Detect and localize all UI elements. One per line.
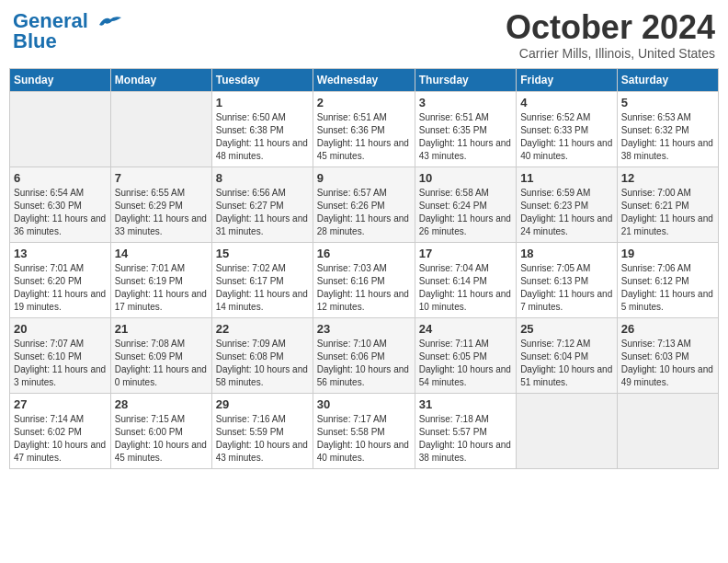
day-number: 22 — [216, 322, 309, 336]
calendar-week-row: 20Sunrise: 7:07 AMSunset: 6:10 PMDayligh… — [10, 317, 719, 393]
day-number: 13 — [14, 247, 107, 260]
table-row — [110, 91, 211, 167]
day-number: 19 — [621, 247, 714, 260]
table-row: 8Sunrise: 6:56 AMSunset: 6:27 PMDaylight… — [211, 167, 313, 242]
col-monday: Monday — [110, 68, 211, 91]
day-info: Sunrise: 7:18 AMSunset: 5:57 PMDaylight:… — [419, 413, 512, 465]
table-row: 11Sunrise: 6:59 AMSunset: 6:23 PMDayligh… — [517, 167, 618, 242]
day-info: Sunrise: 7:11 AMSunset: 6:05 PMDaylight:… — [419, 338, 512, 389]
day-info: Sunrise: 6:53 AMSunset: 6:32 PMDaylight:… — [621, 111, 714, 163]
day-number: 16 — [317, 247, 411, 260]
day-info: Sunrise: 7:06 AMSunset: 6:12 PMDaylight:… — [621, 262, 714, 314]
day-number: 30 — [317, 397, 411, 411]
table-row: 17Sunrise: 7:04 AMSunset: 6:14 PMDayligh… — [415, 242, 516, 317]
day-info: Sunrise: 7:05 AMSunset: 6:13 PMDaylight:… — [520, 262, 613, 314]
calendar-week-row: 13Sunrise: 7:01 AMSunset: 6:20 PMDayligh… — [10, 242, 719, 317]
month-title: October 2024 — [506, 9, 715, 46]
day-info: Sunrise: 6:59 AMSunset: 6:23 PMDaylight:… — [520, 187, 613, 238]
day-info: Sunrise: 7:10 AMSunset: 6:06 PMDaylight:… — [317, 338, 411, 389]
day-info: Sunrise: 6:54 AMSunset: 6:30 PMDaylight:… — [14, 187, 107, 238]
day-info: Sunrise: 7:17 AMSunset: 5:58 PMDaylight:… — [317, 413, 411, 465]
day-number: 12 — [621, 171, 714, 185]
day-info: Sunrise: 7:04 AMSunset: 6:14 PMDaylight:… — [419, 262, 512, 314]
day-info: Sunrise: 7:13 AMSunset: 6:03 PMDaylight:… — [621, 338, 714, 389]
calendar-header-row: Sunday Monday Tuesday Wednesday Thursday… — [10, 68, 719, 91]
table-row: 16Sunrise: 7:03 AMSunset: 6:16 PMDayligh… — [313, 242, 415, 317]
col-thursday: Thursday — [415, 68, 516, 91]
day-number: 10 — [419, 171, 512, 185]
day-info: Sunrise: 7:01 AMSunset: 6:20 PMDaylight:… — [14, 262, 107, 314]
table-row: 29Sunrise: 7:16 AMSunset: 5:59 PMDayligh… — [211, 393, 313, 468]
table-row: 21Sunrise: 7:08 AMSunset: 6:09 PMDayligh… — [110, 317, 211, 393]
table-row: 5Sunrise: 6:53 AMSunset: 6:32 PMDaylight… — [617, 91, 718, 167]
day-info: Sunrise: 7:14 AMSunset: 6:02 PMDaylight:… — [14, 413, 107, 465]
day-number: 3 — [419, 96, 512, 109]
table-row: 18Sunrise: 7:05 AMSunset: 6:13 PMDayligh… — [517, 242, 618, 317]
day-number: 11 — [520, 171, 613, 185]
table-row: 26Sunrise: 7:13 AMSunset: 6:03 PMDayligh… — [617, 317, 718, 393]
table-row: 28Sunrise: 7:15 AMSunset: 6:00 PMDayligh… — [110, 393, 211, 468]
day-number: 8 — [216, 171, 309, 185]
day-number: 28 — [115, 397, 208, 411]
day-info: Sunrise: 7:15 AMSunset: 6:00 PMDaylight:… — [115, 413, 208, 465]
calendar-table: Sunday Monday Tuesday Wednesday Thursday… — [9, 68, 719, 469]
table-row: 22Sunrise: 7:09 AMSunset: 6:08 PMDayligh… — [211, 317, 313, 393]
day-info: Sunrise: 6:50 AMSunset: 6:38 PMDaylight:… — [216, 111, 309, 163]
table-row: 9Sunrise: 6:57 AMSunset: 6:26 PMDaylight… — [313, 167, 415, 242]
day-info: Sunrise: 7:09 AMSunset: 6:08 PMDaylight:… — [216, 338, 309, 389]
table-row: 25Sunrise: 7:12 AMSunset: 6:04 PMDayligh… — [517, 317, 618, 393]
day-info: Sunrise: 6:56 AMSunset: 6:27 PMDaylight:… — [216, 187, 309, 238]
day-number: 18 — [520, 247, 613, 260]
day-number: 9 — [317, 171, 411, 185]
day-number: 25 — [520, 322, 613, 336]
table-row: 1Sunrise: 6:50 AMSunset: 6:38 PMDaylight… — [211, 91, 313, 167]
calendar-week-row: 1Sunrise: 6:50 AMSunset: 6:38 PMDaylight… — [10, 91, 719, 167]
day-info: Sunrise: 7:07 AMSunset: 6:10 PMDaylight:… — [14, 338, 107, 389]
table-row: 6Sunrise: 6:54 AMSunset: 6:30 PMDaylight… — [10, 167, 111, 242]
day-number: 5 — [621, 96, 714, 109]
table-row: 13Sunrise: 7:01 AMSunset: 6:20 PMDayligh… — [10, 242, 111, 317]
day-info: Sunrise: 7:08 AMSunset: 6:09 PMDaylight:… — [115, 338, 208, 389]
col-wednesday: Wednesday — [313, 68, 415, 91]
col-saturday: Saturday — [617, 68, 718, 91]
table-row: 31Sunrise: 7:18 AMSunset: 5:57 PMDayligh… — [415, 393, 516, 468]
day-number: 23 — [317, 322, 411, 336]
table-row: 2Sunrise: 6:51 AMSunset: 6:36 PMDaylight… — [313, 91, 415, 167]
day-number: 21 — [115, 322, 208, 336]
day-number: 1 — [216, 96, 309, 109]
table-row: 10Sunrise: 6:58 AMSunset: 6:24 PMDayligh… — [415, 167, 516, 242]
table-row: 30Sunrise: 7:17 AMSunset: 5:58 PMDayligh… — [313, 393, 415, 468]
day-number: 17 — [419, 247, 512, 260]
day-info: Sunrise: 6:51 AMSunset: 6:35 PMDaylight:… — [419, 111, 512, 163]
table-row: 27Sunrise: 7:14 AMSunset: 6:02 PMDayligh… — [10, 393, 111, 468]
day-info: Sunrise: 6:57 AMSunset: 6:26 PMDaylight:… — [317, 187, 411, 238]
day-info: Sunrise: 7:01 AMSunset: 6:19 PMDaylight:… — [115, 262, 208, 314]
day-info: Sunrise: 7:12 AMSunset: 6:04 PMDaylight:… — [520, 338, 613, 389]
day-info: Sunrise: 7:02 AMSunset: 6:17 PMDaylight:… — [216, 262, 309, 314]
day-info: Sunrise: 7:03 AMSunset: 6:16 PMDaylight:… — [317, 262, 411, 314]
day-number: 14 — [115, 247, 208, 260]
table-row: 3Sunrise: 6:51 AMSunset: 6:35 PMDaylight… — [415, 91, 516, 167]
col-sunday: Sunday — [10, 68, 111, 91]
logo-blue: Blue — [13, 29, 57, 53]
title-block: October 2024 Carrier Mills, Illinois, Un… — [506, 9, 715, 61]
logo-bird-icon — [96, 14, 121, 30]
table-row — [10, 91, 111, 167]
day-number: 20 — [14, 322, 107, 336]
table-row — [517, 393, 618, 468]
col-friday: Friday — [517, 68, 618, 91]
day-number: 24 — [419, 322, 512, 336]
day-number: 2 — [317, 96, 411, 109]
table-row: 15Sunrise: 7:02 AMSunset: 6:17 PMDayligh… — [211, 242, 313, 317]
day-info: Sunrise: 6:55 AMSunset: 6:29 PMDaylight:… — [115, 187, 208, 238]
table-row — [617, 393, 718, 468]
calendar-week-row: 27Sunrise: 7:14 AMSunset: 6:02 PMDayligh… — [10, 393, 719, 468]
day-number: 4 — [520, 96, 613, 109]
day-number: 7 — [115, 171, 208, 185]
table-row: 7Sunrise: 6:55 AMSunset: 6:29 PMDaylight… — [110, 167, 211, 242]
table-row: 24Sunrise: 7:11 AMSunset: 6:05 PMDayligh… — [415, 317, 516, 393]
day-info: Sunrise: 6:51 AMSunset: 6:36 PMDaylight:… — [317, 111, 411, 163]
table-row: 12Sunrise: 7:00 AMSunset: 6:21 PMDayligh… — [617, 167, 718, 242]
day-info: Sunrise: 6:58 AMSunset: 6:24 PMDaylight:… — [419, 187, 512, 238]
day-number: 27 — [14, 397, 107, 411]
